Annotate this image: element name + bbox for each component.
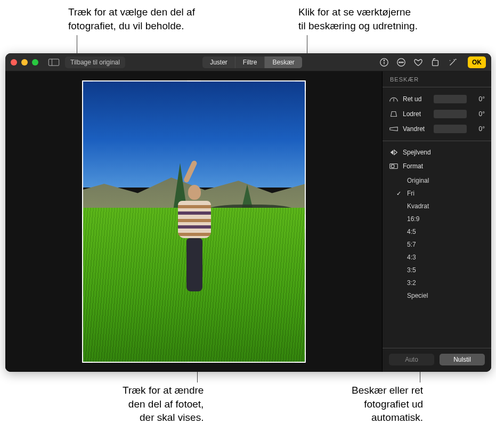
callout-crop-tools: Klik for at se værktøjerne til beskæring… — [298, 5, 418, 32]
close-window-button[interactable] — [11, 59, 17, 66]
horizontal-slider[interactable] — [434, 125, 467, 133]
tab-crop[interactable]: Beskær — [264, 56, 302, 68]
revert-to-original-button[interactable]: Tilbage til original — [65, 56, 125, 68]
vertical-label: Lodret — [403, 110, 429, 118]
aspect-option[interactable]: ✓5:7 — [389, 238, 485, 251]
callout-resize-drag: Træk for at ændre den del af fotoet, der… — [123, 384, 204, 425]
favorite-heart-icon[interactable] — [413, 58, 423, 67]
straighten-slider-row: Ret ud 0° — [389, 92, 485, 107]
photo-canvas[interactable] — [5, 71, 382, 372]
panel-footer: Auto Nulstil — [383, 348, 491, 372]
aspect-option-label: Kvadrat — [407, 202, 429, 210]
photo-preview — [82, 80, 306, 363]
aspect-option-label: Speciel — [407, 292, 428, 299]
aspect-option-label: Original — [407, 177, 429, 184]
straighten-slider[interactable] — [434, 95, 467, 103]
zoom-window-button[interactable] — [32, 59, 38, 66]
svg-point-7 — [401, 62, 402, 63]
aspect-option-label: 16:9 — [407, 215, 419, 223]
horizontal-label: Vandret — [403, 125, 429, 133]
aspect-option[interactable]: ✓16:9 — [389, 213, 485, 225]
callout-crop-drag: Træk for at vælge den del af fotografiet… — [68, 5, 195, 32]
crop-panel: BESKÆR Ret ud 0° — [382, 71, 491, 372]
panel-header: BESKÆR — [383, 71, 491, 87]
svg-rect-12 — [392, 165, 394, 167]
aspect-option-label: 5:7 — [407, 241, 416, 248]
horizontal-value: 0° — [471, 125, 485, 133]
svg-point-6 — [399, 62, 400, 63]
aspect-ratio-icon — [389, 162, 399, 170]
callout-auto: Beskær eller ret fotografiet ud automati… — [352, 384, 423, 425]
aspect-header-label: Format — [403, 162, 423, 170]
straighten-value: 0° — [471, 95, 485, 103]
done-button[interactable]: OK — [468, 56, 486, 68]
aspect-option[interactable]: ✓Kvadrat — [389, 200, 485, 213]
aspect-option[interactable]: ✓4:3 — [389, 251, 485, 264]
aspect-option[interactable]: ✓Fri — [389, 187, 485, 200]
aspect-option-label: 4:3 — [407, 254, 416, 261]
svg-rect-0 — [48, 59, 59, 65]
flip-action[interactable]: Spejlvend — [389, 145, 485, 159]
aspect-ratio-list: ✓Original✓Fri✓Kvadrat✓16:9✓4:5✓5:7✓4:3✓3… — [389, 174, 485, 302]
auto-enhance-wand-icon[interactable] — [448, 57, 458, 68]
vertical-slider-row: Lodret 0° — [389, 107, 485, 121]
auto-crop-button[interactable]: Auto — [389, 354, 434, 365]
horizontal-perspective-icon — [389, 125, 399, 133]
titlebar: Tilbage til original Juster Filtre Beskæ… — [5, 53, 491, 71]
svg-rect-9 — [433, 60, 438, 66]
vertical-perspective-icon — [389, 110, 399, 118]
info-icon[interactable] — [379, 58, 389, 67]
aspect-option-label: Fri — [407, 190, 414, 197]
aspect-action-header[interactable]: Format — [389, 159, 485, 173]
flip-horizontal-icon — [389, 149, 399, 156]
rotate-icon[interactable] — [430, 58, 440, 67]
horizontal-slider-row: Vandret 0° — [389, 121, 485, 136]
vertical-slider[interactable] — [434, 110, 467, 118]
more-icon[interactable] — [396, 58, 406, 67]
aspect-option[interactable]: ✓3:5 — [389, 264, 485, 276]
minimize-window-button[interactable] — [21, 59, 28, 66]
app-window: Tilbage til original Juster Filtre Beskæ… — [5, 53, 491, 372]
edit-mode-tabs: Juster Filtre Beskær — [202, 56, 302, 68]
aspect-option-label: 3:5 — [407, 266, 416, 274]
straighten-dial-icon — [389, 95, 399, 103]
toolbar-actions: OK — [379, 56, 486, 68]
aspect-option[interactable]: ✓4:5 — [389, 225, 485, 238]
aspect-option-label: 3:2 — [407, 279, 416, 287]
checkmark-icon: ✓ — [396, 190, 404, 197]
editor-body: BESKÆR Ret ud 0° — [5, 71, 491, 372]
sidebar-toggle-icon[interactable] — [48, 59, 60, 66]
aspect-option-label: 4:5 — [407, 228, 416, 235]
aspect-option[interactable]: ✓3:2 — [389, 276, 485, 289]
window-controls — [11, 59, 38, 66]
vertical-value: 0° — [471, 110, 485, 118]
aspect-option[interactable]: ✓Speciel — [389, 289, 485, 302]
aspect-option[interactable]: ✓Original — [389, 174, 485, 187]
flip-label: Spejlvend — [403, 149, 431, 156]
reset-crop-button[interactable]: Nulstil — [440, 354, 485, 365]
straighten-label: Ret ud — [403, 95, 429, 103]
svg-point-4 — [384, 60, 384, 60]
svg-point-8 — [402, 62, 403, 63]
tab-filters[interactable]: Filtre — [235, 56, 265, 68]
tab-adjust[interactable]: Juster — [202, 56, 235, 68]
